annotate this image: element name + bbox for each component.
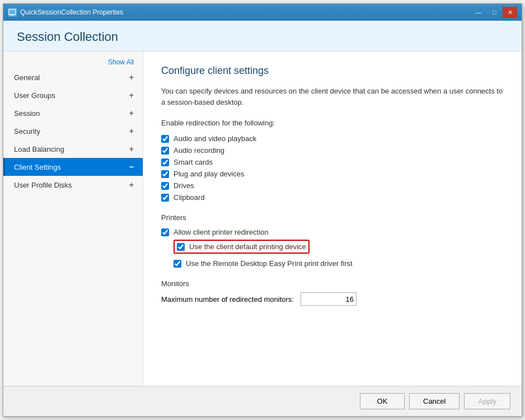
checkbox-allow-redirect-label: Allow client printer redirection (174, 228, 269, 236)
close-button[interactable]: ✕ (503, 7, 517, 18)
sidebar-icon-session: + (129, 109, 134, 118)
window-title: QuickSessionCollection Properties (20, 8, 123, 16)
svg-rect-1 (11, 15, 14, 16)
checkbox-client-default-input[interactable] (177, 243, 185, 251)
checkbox-smart-cards-label: Smart cards (174, 158, 213, 166)
checkbox-audio-video-label: Audio and video playback (174, 134, 256, 143)
checkbox-plug-play: Plug and play devices (161, 168, 504, 180)
footer: OK Cancel Apply (3, 386, 522, 416)
title-bar: QuickSessionCollection Properties — □ ✕ (3, 4, 522, 21)
sidebar: Show All General + User Groups + Session… (3, 52, 143, 386)
sidebar-item-general[interactable]: General + (3, 68, 143, 86)
apply-button[interactable]: Apply (464, 393, 510, 409)
page-title: Session Collection (17, 30, 508, 44)
sidebar-item-load-balancing[interactable]: Load Balancing + (3, 140, 143, 158)
checkbox-smart-cards: Smart cards (161, 156, 504, 168)
checkbox-client-default-row: Use the client default printing device (174, 238, 504, 255)
checkbox-clipboard-input[interactable] (161, 194, 169, 202)
checkbox-audio-recording-label: Audio recording (174, 146, 224, 155)
app-icon (8, 8, 17, 17)
sidebar-item-user-profile-disks[interactable]: User Profile Disks + (3, 176, 143, 194)
monitors-row: Maximum number of redirected monitors: (161, 292, 504, 306)
sidebar-icon-load-balancing: + (129, 144, 134, 153)
sidebar-item-security[interactable]: Security + (3, 122, 143, 140)
checkbox-drives-label: Drives (174, 181, 194, 190)
checkbox-smart-cards-input[interactable] (161, 158, 169, 166)
highlighted-checkbox-row: Use the client default printing device (174, 240, 310, 254)
show-all-link[interactable]: Show All (3, 56, 143, 68)
checkbox-audio-recording-input[interactable] (161, 147, 169, 155)
cancel-button[interactable]: Cancel (409, 393, 460, 409)
minimize-button[interactable]: — (471, 7, 486, 18)
checkbox-easy-print-input[interactable] (174, 260, 181, 268)
window-body: Session Collection Show All General + Us… (3, 21, 522, 416)
content-area: Show All General + User Groups + Session… (3, 52, 522, 386)
sidebar-item-session[interactable]: Session + (3, 104, 143, 122)
checkbox-easy-print: Use the Remote Desktop Easy Print print … (174, 258, 504, 269)
checkbox-plug-play-input[interactable] (161, 170, 169, 178)
header-area: Session Collection (3, 21, 522, 52)
maximize-button[interactable]: □ (487, 7, 501, 18)
redirection-label: Enable redirection for the following: (161, 119, 504, 127)
sidebar-icon-security: + (129, 127, 134, 136)
checkbox-clipboard: Clipboard (161, 192, 504, 203)
section-description: You can specify devices and resources on… (161, 86, 504, 108)
monitors-section-title: Monitors (161, 279, 504, 288)
checkbox-audio-video: Audio and video playback (161, 133, 504, 144)
sidebar-item-user-groups[interactable]: User Groups + (3, 86, 143, 104)
indented-printer-options: Use the client default printing device U… (174, 238, 504, 269)
checkbox-clipboard-label: Clipboard (174, 193, 205, 202)
checkbox-audio-recording: Audio recording (161, 144, 504, 156)
checkbox-drives: Drives (161, 180, 504, 192)
main-window: QuickSessionCollection Properties — □ ✕ … (3, 3, 522, 417)
ok-button[interactable]: OK (360, 393, 405, 409)
sidebar-icon-general: + (129, 73, 134, 82)
printers-section-title: Printers (161, 213, 504, 222)
checkbox-plug-play-label: Plug and play devices (174, 170, 244, 178)
main-content: Configure client settings You can specif… (143, 52, 522, 386)
monitors-input[interactable] (301, 292, 357, 306)
sidebar-icon-client-settings: − (129, 162, 134, 171)
checkbox-audio-video-input[interactable] (161, 135, 169, 143)
sidebar-icon-user-profile-disks: + (129, 180, 134, 189)
checkbox-client-default-label: Use the client default printing device (189, 242, 306, 251)
checkbox-drives-input[interactable] (161, 182, 169, 190)
title-bar-controls: — □ ✕ (471, 7, 517, 18)
monitors-label: Maximum number of redirected monitors: (161, 295, 294, 304)
sidebar-icon-user-groups: + (129, 91, 134, 100)
checkbox-allow-redirect: Allow client printer redirection (161, 226, 504, 238)
svg-rect-2 (10, 13, 15, 14)
section-title: Configure client settings (161, 65, 504, 77)
checkbox-easy-print-label: Use the Remote Desktop Easy Print print … (186, 259, 353, 268)
checkbox-allow-redirect-input[interactable] (161, 228, 169, 236)
title-bar-left: QuickSessionCollection Properties (8, 8, 123, 17)
sidebar-item-client-settings[interactable]: Client Settings − (3, 158, 143, 176)
